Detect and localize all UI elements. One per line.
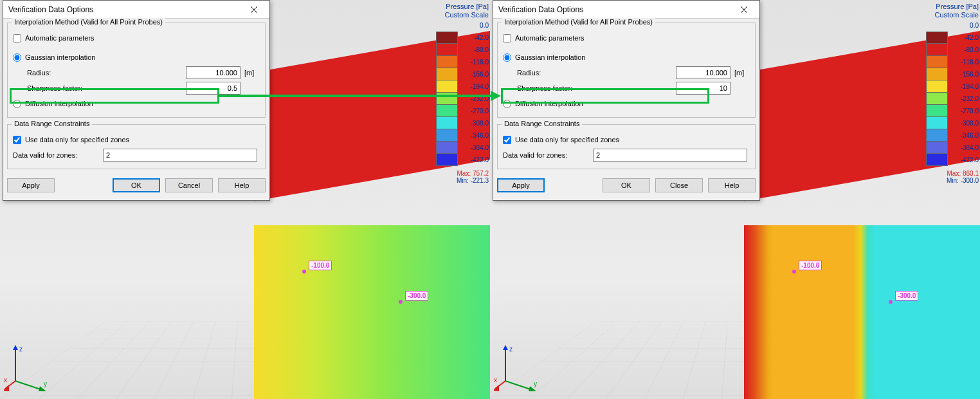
wall — [254, 225, 490, 399]
svg-marker-1 — [13, 345, 18, 350]
color-legend: Pressure [Pa] Custom Scale 0.0 -42.0 -80… — [431, 3, 489, 184]
zones-input[interactable] — [593, 149, 747, 162]
svg-line-3 — [15, 381, 42, 390]
sharpness-label: Sharpness factor: — [517, 84, 676, 92]
interpolation-group: Interpolation Method (Valid for All Poin… — [7, 23, 266, 118]
legend-title: Pressure [Pa] — [921, 3, 979, 11]
svg-marker-18 — [494, 385, 499, 391]
auto-params-check[interactable] — [13, 34, 21, 42]
ok-button[interactable]: OK — [603, 178, 650, 192]
probe-label: -100.0 — [309, 261, 332, 270]
auto-params-label: Automatic parameters — [515, 34, 750, 42]
radius-input[interactable] — [676, 66, 730, 79]
cancel-button[interactable]: Cancel — [165, 178, 213, 192]
help-button[interactable]: Help — [708, 178, 756, 192]
apply-button[interactable]: Apply — [7, 178, 55, 192]
auto-params-label: Automatic parameters — [25, 34, 260, 42]
radius-label: Radius: — [27, 69, 186, 77]
viewport-right: -100.0 -300.0 Pressure [Pa] Custom Scale… — [490, 0, 980, 399]
sharpness-label: Sharpness factor: — [27, 84, 186, 92]
probe-dot — [399, 300, 403, 304]
svg-marker-7 — [4, 385, 9, 391]
viewport-left: -100.0 -300.0 Pressure [Pa] Custom Scale… — [0, 0, 490, 399]
zones-label: Data valid for zones: — [503, 151, 593, 159]
axis-gizmo[interactable]: z y x — [4, 341, 55, 393]
svg-text:y: y — [44, 380, 47, 387]
titlebar[interactable]: Verification Data Options — [493, 1, 759, 19]
radius-label: Radius: — [517, 69, 676, 77]
verification-dialog: Verification Data Options Interpolation … — [3, 0, 270, 201]
svg-text:z: z — [19, 346, 23, 353]
probe-dot — [889, 300, 893, 304]
svg-marker-12 — [503, 345, 508, 350]
dialog-title: Verification Data Options — [498, 5, 583, 14]
range-group: Data Range Constraints Use data only for… — [497, 124, 756, 169]
wall — [744, 225, 980, 399]
sharpness-input[interactable] — [676, 82, 730, 95]
legend-min: Min: -221.3 — [431, 177, 489, 184]
probe-label: -300.0 — [405, 291, 428, 301]
ok-button[interactable]: OK — [113, 178, 160, 192]
svg-text:x: x — [4, 376, 7, 384]
use-zones-check[interactable] — [13, 136, 21, 144]
legend-subtitle: Custom Scale — [921, 11, 979, 19]
legend-max: Max: 860.1 — [921, 170, 979, 177]
apply-button[interactable]: Apply — [497, 178, 545, 192]
use-zones-label: Use data only for specified zones — [25, 136, 260, 144]
radius-input[interactable] — [186, 66, 240, 79]
radius-unit: [m] — [730, 69, 750, 77]
probe-dot — [792, 270, 796, 274]
gaussian-label: Gaussian interpolation — [25, 53, 260, 61]
close-button[interactable]: Close — [655, 178, 703, 192]
use-zones-label: Use data only for specified zones — [515, 136, 750, 144]
color-legend: Pressure [Pa] Custom Scale 0.0 -42.0 -80… — [921, 3, 979, 184]
group-title: Interpolation Method (Valid for All Poin… — [502, 18, 655, 26]
svg-text:y: y — [534, 380, 537, 387]
legend-max: Max: 757.2 — [431, 170, 489, 177]
verification-dialog: Verification Data Options Interpolation … — [493, 0, 760, 201]
button-row: Apply OK Cancel Help — [7, 176, 266, 196]
range-group: Data Range Constraints Use data only for… — [7, 124, 266, 169]
arrow-shaft — [219, 95, 492, 97]
gaussian-label: Gaussian interpolation — [515, 53, 750, 61]
svg-text:z: z — [509, 346, 513, 353]
diffusion-radio[interactable] — [503, 100, 511, 108]
auto-params-check[interactable] — [503, 34, 511, 42]
diffusion-label: Diffusion interpolation — [25, 100, 260, 107]
interpolation-group: Interpolation Method (Valid for All Poin… — [497, 23, 756, 118]
help-button[interactable]: Help — [218, 178, 266, 192]
probe-label: -300.0 — [895, 291, 918, 301]
dialog-title: Verification Data Options — [8, 5, 93, 14]
arrow-head-icon — [491, 91, 501, 101]
probe-label: -100.0 — [799, 261, 822, 270]
group-title: Interpolation Method (Valid for All Poin… — [12, 18, 165, 26]
diffusion-radio[interactable] — [13, 100, 21, 108]
sharpness-input[interactable] — [186, 82, 240, 95]
group-title: Data Range Constraints — [12, 120, 92, 127]
gaussian-radio[interactable] — [13, 53, 21, 62]
close-icon[interactable] — [732, 3, 756, 17]
close-icon[interactable] — [242, 3, 266, 17]
group-title: Data Range Constraints — [502, 120, 582, 127]
svg-text:x: x — [494, 376, 497, 384]
axis-gizmo[interactable]: z y x — [494, 341, 545, 393]
legend-min: Min: -300.0 — [921, 177, 979, 184]
zones-label: Data valid for zones: — [13, 151, 103, 159]
legend-subtitle: Custom Scale — [431, 11, 489, 19]
svg-line-14 — [505, 381, 532, 390]
button-row: Apply OK Close Help — [497, 176, 756, 196]
use-zones-check[interactable] — [503, 136, 511, 144]
radius-unit: [m] — [240, 69, 260, 77]
diffusion-label: Diffusion interpolation — [515, 100, 750, 107]
probe-dot — [302, 270, 306, 274]
titlebar[interactable]: Verification Data Options — [3, 1, 269, 19]
legend-title: Pressure [Pa] — [431, 3, 489, 11]
gaussian-radio[interactable] — [503, 53, 511, 62]
zones-input[interactable] — [103, 149, 257, 162]
